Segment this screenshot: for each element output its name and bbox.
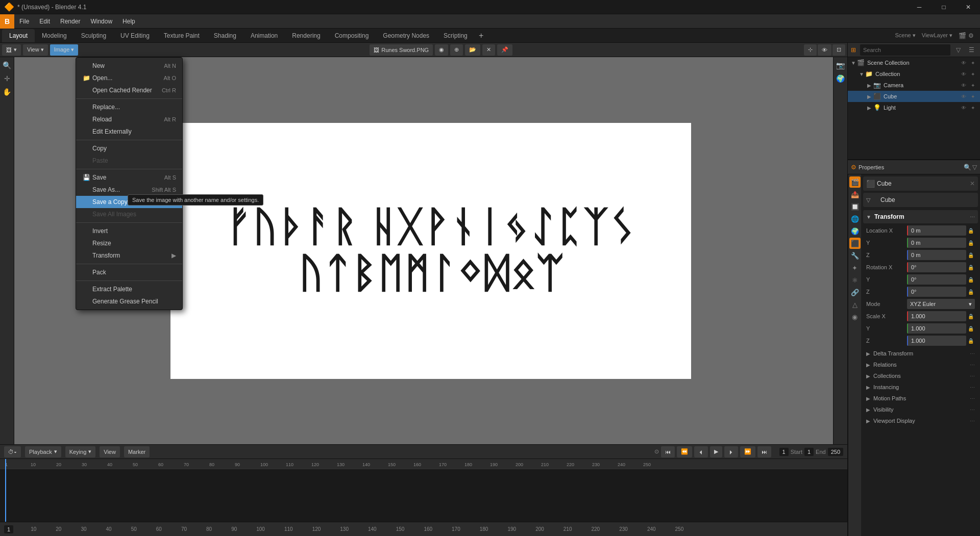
tab-geometry-nodes[interactable]: Geometry Nodes [376, 29, 436, 42]
play-button[interactable]: ▶ [710, 446, 722, 457]
keying-menu[interactable]: Keying ▾ [65, 446, 96, 457]
location-x-lock[interactable]: 🔒 [967, 225, 975, 236]
col-eye-icon[interactable]: 👁 [960, 70, 968, 78]
ctx-transform[interactable]: Transform ▶ [76, 249, 182, 262]
rotation-x-lock[interactable]: 🔒 [967, 262, 975, 272]
delta-transform-collapsible[interactable]: ▶ Delta Transform ⋯ [863, 348, 978, 359]
prop-tab-object[interactable]: ⬛ [849, 238, 861, 249]
prop-tab-scene[interactable]: 🌐 [849, 213, 861, 224]
cube-eye-icon[interactable]: 👁 [960, 92, 968, 100]
end-frame-display[interactable]: 250 [828, 448, 843, 456]
cursor-icon[interactable]: ✛ [1, 72, 13, 85]
outliner-filter-button[interactable]: ▽ [952, 44, 964, 56]
location-z-lock[interactable]: 🔒 [967, 250, 975, 260]
outliner-item-cube[interactable]: ▶ ⬛ Cube 👁 ✦ [848, 91, 980, 102]
relations-collapsible[interactable]: ▶ Relations ⋯ [863, 359, 978, 370]
outliner-scene-collection[interactable]: ▼ 🎬 Scene Collection 👁 ✦ [848, 57, 980, 68]
tab-shading[interactable]: Shading [207, 29, 243, 42]
prop-tab-world[interactable]: 🌍 [849, 225, 861, 237]
prop-tab-constraints[interactable]: 🔗 [849, 287, 861, 298]
cam-select-icon[interactable]: ✦ [969, 81, 977, 89]
rotation-z[interactable]: 0° [907, 287, 966, 297]
outliner-item-light[interactable]: ▶ 💡 Light 👁 ✦ [848, 102, 980, 113]
prop-tab-data[interactable]: △ [849, 299, 861, 310]
step-back[interactable]: ⏪ [677, 446, 692, 457]
prop-tab-material[interactable]: ◉ [849, 311, 861, 322]
outliner-item-camera[interactable]: ▶ 📷 Camera 👁 ✦ [848, 80, 980, 91]
outliner-search-input[interactable] [860, 44, 950, 56]
ctx-open-cached[interactable]: Open Cached Render Ctrl R [76, 84, 182, 96]
tab-rendering[interactable]: Rendering [285, 29, 327, 42]
sc-eye-icon[interactable]: 👁 [960, 59, 968, 67]
col-select-icon[interactable]: ✦ [969, 70, 977, 78]
menu-help[interactable]: Help [117, 14, 140, 29]
prop-tab-physics[interactable]: ⚛ [849, 274, 861, 286]
blender-logo-menu[interactable]: B [0, 14, 14, 29]
settings-icon[interactable]: ⚙ [968, 32, 974, 39]
image-duplicate[interactable]: ⊕ [450, 44, 463, 56]
gizmo-btn[interactable]: ⊡ [832, 44, 845, 56]
close-button[interactable]: ✕ [957, 0, 980, 14]
image-pin[interactable]: 📌 [497, 44, 512, 56]
render-icon[interactable]: 🎬 [959, 32, 966, 39]
editor-type-button[interactable]: 🖼 ▾ [2, 44, 21, 56]
tab-animation[interactable]: Animation [243, 29, 285, 42]
prop-tab-modifiers[interactable]: 🔧 [849, 250, 861, 261]
ctx-reload[interactable]: Reload Alt R [76, 113, 182, 125]
view-menu-button[interactable]: View ▾ [23, 44, 48, 56]
ctx-pack[interactable]: Pack [76, 266, 182, 278]
scale-y[interactable]: 1.000 [907, 323, 966, 334]
ctx-new[interactable]: New Alt N [76, 60, 182, 72]
motion-paths-collapsible[interactable]: ▶ Motion Paths ⋯ [863, 393, 978, 404]
prop-tab-particles[interactable]: ✦ [849, 262, 861, 273]
editor-type-timeline[interactable]: ⏱▾ [4, 446, 21, 457]
viewlayer-dropdown[interactable]: ViewLayer ▾ [922, 32, 952, 39]
image-selector[interactable]: 🖼 Runes Sword.PNG [370, 44, 433, 56]
visibility-collapsible[interactable]: ▶ Visibility ⋯ [863, 404, 978, 415]
viewport-display-collapsible[interactable]: ▶ Viewport Display ⋯ [863, 415, 978, 426]
prop-tab-render[interactable]: 🎬 [849, 176, 861, 188]
playback-menu[interactable]: Playback ▾ [25, 446, 61, 457]
rotation-z-lock[interactable]: 🔒 [967, 287, 975, 297]
menu-window[interactable]: Window [85, 14, 117, 29]
location-z[interactable]: 0 m [907, 250, 966, 260]
prop-obj-select[interactable]: ✕ [970, 180, 975, 187]
hand-tool[interactable]: ✋ [1, 86, 13, 98]
rotation-x[interactable]: 0° [907, 262, 966, 272]
ctx-copy[interactable]: Copy [76, 142, 182, 155]
instancing-collapsible[interactable]: ▶ Instancing ⋯ [863, 381, 978, 393]
tab-uv-editing[interactable]: UV Editing [113, 29, 157, 42]
ctx-extract-palette[interactable]: Extract Palette [76, 283, 182, 295]
ctx-save[interactable]: 💾Save Alt S [76, 171, 182, 184]
light-eye-icon[interactable]: 👁 [960, 104, 968, 112]
add-workspace-button[interactable]: + [475, 29, 488, 42]
ctx-open[interactable]: 📁Open... Alt O [76, 72, 182, 84]
ctx-edit-externally[interactable]: Edit Externally [76, 125, 182, 138]
maximize-button[interactable]: □ [932, 0, 955, 14]
next-keyframe[interactable]: ⏵ [724, 446, 738, 457]
prop-filter-button[interactable]: ▽ [972, 164, 977, 171]
minimize-button[interactable]: ─ [908, 0, 931, 14]
image-menu-button[interactable]: Image ▾ [50, 44, 79, 56]
menu-file[interactable]: File [14, 14, 34, 29]
scale-x[interactable]: 1.000 [907, 311, 966, 321]
jump-end[interactable]: ⏭ [757, 446, 771, 457]
menu-edit[interactable]: Edit [34, 14, 55, 29]
view-menu-tl[interactable]: View [100, 446, 120, 457]
ctx-save-copy[interactable]: Save a Copy... [76, 196, 182, 208]
location-y-lock[interactable]: 🔒 [967, 238, 975, 248]
jump-start[interactable]: ⏮ [661, 446, 675, 457]
scene-dropdown[interactable]: Scene ▾ [895, 32, 916, 39]
prev-keyframe[interactable]: ⏴ [694, 446, 708, 457]
location-y[interactable]: 0 m [907, 238, 966, 248]
ctx-generate-grease-pencil[interactable]: Generate Grease Pencil [76, 295, 182, 308]
image-type-toggle[interactable]: ◉ [435, 44, 448, 56]
marker-menu[interactable]: Marker [124, 446, 150, 457]
camera-view-icon[interactable]: 📷 [835, 59, 847, 71]
ctx-resize[interactable]: Resize [76, 237, 182, 249]
scale-z[interactable]: 1.000 [907, 336, 966, 346]
rotation-y-lock[interactable]: 🔒 [967, 274, 975, 285]
tab-layout[interactable]: Layout [2, 29, 35, 42]
tab-compositing[interactable]: Compositing [328, 29, 376, 42]
scale-x-lock[interactable]: 🔒 [967, 311, 975, 321]
